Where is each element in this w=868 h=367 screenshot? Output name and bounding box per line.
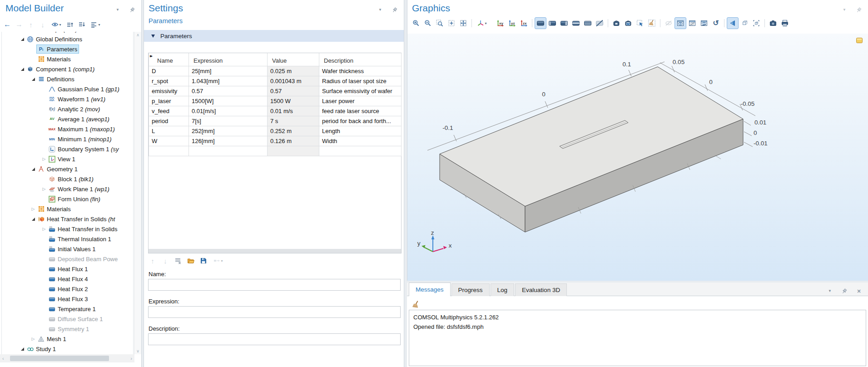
expression-input[interactable] — [148, 306, 401, 318]
hide-objects-icon[interactable] — [686, 17, 698, 29]
print-icon[interactable] — [779, 17, 791, 29]
show-icon[interactable]: ▾ — [49, 19, 64, 30]
table-cell[interactable]: period — [149, 116, 189, 126]
table-cell[interactable]: Surface emissivity of wafer — [319, 86, 402, 96]
table-cell[interactable]: Length — [319, 126, 402, 136]
table-cell[interactable]: 0.01 m/s — [268, 106, 319, 116]
tab-progress[interactable]: Progress — [451, 283, 490, 296]
table-cell[interactable]: L — [149, 126, 189, 136]
forward-icon[interactable]: → — [14, 19, 25, 30]
table-cell[interactable]: 0.025 m — [268, 66, 319, 76]
table-cell[interactable]: period for back and forth... — [319, 116, 402, 126]
tab-evaluation-3d[interactable]: Evaluation 3D — [515, 283, 567, 296]
expander-closed-icon[interactable] — [41, 227, 47, 231]
view-zx-icon[interactable]: zx — [518, 17, 530, 29]
caret-down-icon[interactable]: ▼ — [375, 5, 386, 15]
tree-item-heat-flux-2[interactable]: Heat Flux 2 — [2, 284, 133, 294]
load-file-icon[interactable] — [185, 255, 196, 266]
table-cell[interactable]: 0.57 — [268, 86, 319, 96]
tree-item-mesh-1[interactable]: Mesh 1 — [2, 334, 133, 344]
render-box-1-icon[interactable] — [535, 17, 546, 29]
table-cell[interactable] — [319, 146, 402, 156]
table-cell[interactable] — [189, 146, 268, 156]
tree-item-heat-transfer-in-solids[interactable]: Heat Transfer in Solids (ht — [2, 214, 133, 224]
tree-item-view-1[interactable]: View 1 — [2, 154, 133, 164]
expander-open-icon[interactable] — [19, 68, 25, 71]
table-cell[interactable]: Laser power — [319, 96, 402, 106]
tree-item-component-1[interactable]: Component 1 (comp1) — [2, 64, 133, 74]
table-row[interactable]: p_laser1500[W]1500 WLaser power — [149, 96, 402, 106]
table-cell[interactable]: W — [149, 136, 189, 146]
tree-item-average-1[interactable]: AVAverage 1 (aveop1) — [2, 114, 133, 124]
tree-item-initial-values-1[interactable]: DInitial Values 1 — [2, 244, 133, 254]
caret-down-icon[interactable]: ▼ — [839, 5, 850, 15]
name-input[interactable] — [148, 279, 401, 291]
column-header-value[interactable]: Value — [268, 53, 319, 66]
table-scrollbar[interactable] — [149, 249, 401, 253]
tab-log[interactable]: Log — [491, 283, 515, 296]
tree-item-study-1[interactable]: Study 1 — [2, 344, 133, 354]
move-up-icon[interactable]: ↑ — [147, 255, 158, 266]
table-row[interactable] — [149, 146, 402, 156]
collapse-all-icon[interactable] — [64, 19, 75, 30]
move-down-icon[interactable]: ↓ — [37, 19, 48, 30]
table-cell[interactable] — [149, 146, 189, 156]
expander-closed-icon[interactable] — [30, 207, 36, 211]
tree-item-boundary-system-1[interactable]: Boundary System 1 (sy — [2, 144, 133, 154]
move-down-icon[interactable]: ↓ — [160, 255, 171, 266]
tree-item-deposited-beam-powe[interactable]: Deposited Beam Powe — [2, 254, 133, 264]
tree-item-heat-transfer-in-solids[interactable]: DHeat Transfer in Solids — [2, 224, 133, 234]
wafer-3d-model[interactable]: -0.100.10.050-0.050.010-0.01zyx — [407, 34, 868, 281]
tree-item-form-union[interactable]: Form Union (fin) — [2, 194, 133, 204]
view-xy-icon[interactable]: xy — [494, 17, 506, 29]
render-box-slash-icon[interactable] — [594, 17, 605, 29]
tree-item-thermal-insulation-1[interactable]: DThermal Insulation 1 — [2, 234, 133, 244]
move-to-icon[interactable]: ▾ — [211, 255, 225, 266]
scroll-down-icon[interactable]: ∨ — [136, 349, 139, 353]
tree-item-heat-flux-1[interactable]: Heat Flux 1 — [2, 264, 133, 274]
graphics-canvas[interactable]: -0.100.10.050-0.050.010-0.01zyx — [407, 34, 868, 281]
tree-item-work-plane-1[interactable]: Work Plane 1 (wp1) — [2, 184, 133, 194]
tree-vertical-scrollbar[interactable]: ∧ ∨ — [134, 32, 141, 354]
tree-item-heat-flux-3[interactable]: Heat Flux 3 — [2, 294, 133, 304]
pin-icon[interactable] — [839, 286, 850, 297]
table-cell[interactable]: D — [149, 66, 189, 76]
tree-item-maximum-1[interactable]: MAXMaximum 1 (maxop1) — [2, 124, 133, 134]
caret-down-icon[interactable]: ▼ — [824, 286, 835, 297]
table-cell[interactable]: p_laser — [149, 96, 189, 106]
table-cell[interactable]: v_feed — [149, 106, 189, 116]
scroll-up-icon[interactable]: ∧ — [136, 33, 139, 37]
scrollbar-thumb[interactable] — [10, 356, 109, 361]
reset-view-icon[interactable]: ↺ — [710, 17, 722, 29]
node-text-icon[interactable]: ▾ — [88, 19, 103, 30]
tree-item-materials[interactable]: Materials — [2, 204, 133, 214]
tab-messages[interactable]: Messages — [409, 283, 451, 296]
tree-item-temperature-1[interactable]: Temperature 1 — [2, 304, 133, 314]
table-cell[interactable]: Radius of laser spot size — [319, 76, 402, 86]
table-cell[interactable]: emissivity — [149, 86, 189, 96]
table-cell[interactable]: Width — [319, 136, 402, 146]
tree-item-global-definitions[interactable]: Global Definitions — [2, 34, 133, 44]
tree-item-waveform-1[interactable]: Waveform 1 (wv1) — [2, 94, 133, 104]
close-icon[interactable]: ✕ — [853, 286, 864, 297]
table-row[interactable]: period7[s]7 speriod for back and forth..… — [149, 116, 402, 126]
expander-open-icon[interactable] — [30, 78, 36, 81]
parameters-section-header[interactable]: Parameters — [144, 30, 404, 42]
table-cell[interactable]: 0.001043 m — [268, 76, 319, 86]
section-collapse-icon[interactable] — [151, 35, 155, 38]
pin-icon[interactable] — [389, 5, 400, 15]
table-row[interactable]: v_feed0.01[m/s]0.01 m/sfeed rate laser s… — [149, 106, 402, 116]
tree-item-geometry-1[interactable]: Geometry 1 — [2, 164, 133, 174]
table-cell[interactable]: 126[mm] — [189, 136, 268, 146]
render-box-2-icon[interactable] — [546, 17, 558, 29]
column-header-name[interactable]: Name▸▸ — [149, 53, 189, 66]
table-cell[interactable]: 0.57 — [189, 86, 268, 96]
show-grid-icon[interactable] — [750, 17, 762, 29]
render-box-5-icon[interactable] — [582, 17, 594, 29]
expander-open-icon[interactable] — [30, 218, 36, 221]
table-cell[interactable]: 25[mm] — [189, 66, 268, 76]
tree-item-parameters[interactable]: PiParameters — [2, 44, 133, 54]
table-cell[interactable]: 1500 W — [268, 96, 319, 106]
tree-item-minimum-1[interactable]: MINMinimum 1 (minop1) — [2, 134, 133, 144]
table-cell[interactable]: r_spot — [149, 76, 189, 86]
